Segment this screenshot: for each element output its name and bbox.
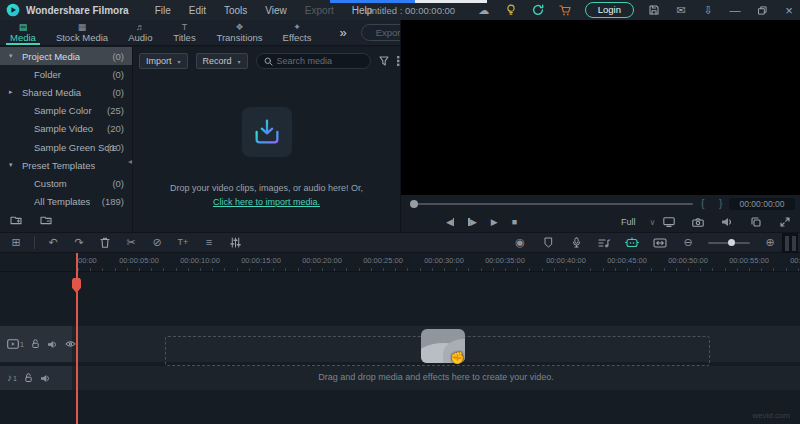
delete-trash-icon[interactable] <box>97 235 113 251</box>
previous-frame-button[interactable]: ◀ <box>446 218 454 227</box>
preview-timecode: 00:00:00:00 <box>729 198 795 210</box>
search-input[interactable] <box>277 56 363 66</box>
hide-track-eye-icon[interactable] <box>65 340 76 348</box>
import-dropdown[interactable]: Import▾ <box>139 53 188 69</box>
sidebar-item-project-media[interactable]: ▾Project Media(0) <box>0 47 132 65</box>
menu-edit[interactable]: Edit <box>189 5 206 16</box>
marker-icon[interactable] <box>540 235 556 251</box>
audio-mixer-icon[interactable] <box>596 235 612 251</box>
redo-icon[interactable]: ↷ <box>71 235 87 251</box>
import-media-icon[interactable] <box>242 107 292 157</box>
next-frame-button[interactable]: ▶ <box>468 218 476 227</box>
seek-bar[interactable] <box>413 203 693 205</box>
duplicate-copy-icon[interactable] <box>748 214 764 230</box>
tab-label: Audio <box>128 33 152 43</box>
zoom-out-icon[interactable]: ⊖ <box>680 235 696 251</box>
ruler-tick-label: 00:00:40:00 <box>546 256 586 265</box>
login-button[interactable]: Login <box>585 2 634 18</box>
mark-in-icon[interactable]: { <box>701 198 704 209</box>
tab-titles[interactable]: TTitles <box>162 20 206 45</box>
preview-zoom-dropdown[interactable]: Full ∨ <box>621 217 655 227</box>
zoom-to-fit-icon[interactable] <box>652 235 668 251</box>
delete-folder-icon[interactable] <box>40 212 52 228</box>
display-settings-icon[interactable] <box>661 214 677 230</box>
save-icon[interactable] <box>647 3 661 17</box>
cloud-icon[interactable]: ☁ <box>477 3 491 17</box>
tree-arrow-icon[interactable]: ▸ <box>9 88 13 96</box>
timeline: 00:0000:00:05:0000:00:10:0000:00:15:0000… <box>0 253 800 424</box>
tab-audio[interactable]: ♬Audio <box>118 20 162 45</box>
undo-icon[interactable]: ↶ <box>45 235 61 251</box>
tab-media[interactable]: ▤Media <box>0 20 46 45</box>
stop-button[interactable]: ■ <box>512 218 517 227</box>
audio-equalizer-icon[interactable] <box>227 235 243 251</box>
fullscreen-expand-icon[interactable] <box>777 214 793 230</box>
tree-arrow-icon[interactable]: ▾ <box>9 52 13 60</box>
app-title: Wondershare Filmora <box>26 5 129 16</box>
more-tabs-chevron-icon[interactable]: » <box>339 25 346 40</box>
menu-file[interactable]: File <box>155 5 171 16</box>
volume-speaker-icon[interactable] <box>719 214 735 230</box>
close-button[interactable]: × <box>782 3 796 17</box>
update-download-icon[interactable]: ⇩ <box>701 3 715 17</box>
tab-transitions[interactable]: ❖Transitions <box>206 20 272 45</box>
add-folder-icon[interactable] <box>10 212 22 228</box>
search-box[interactable] <box>256 53 371 69</box>
video-track-header: 1 <box>0 326 72 362</box>
zoom-in-icon[interactable]: ⊕ <box>762 235 778 251</box>
auto-ripple-icon[interactable] <box>624 235 640 251</box>
speed-icon[interactable]: ⊘ <box>149 235 165 251</box>
sidebar-item-folder[interactable]: Folder(0) <box>0 65 132 83</box>
lock-track-icon[interactable] <box>31 339 40 349</box>
sidebar-item-sample-video[interactable]: Sample Video(20) <box>0 120 132 138</box>
add-text-icon[interactable]: T+ <box>175 235 191 251</box>
menu-tools[interactable]: Tools <box>224 5 247 16</box>
item-count: (25) <box>107 105 124 116</box>
item-count: (0) <box>112 178 124 189</box>
timeline-ruler[interactable]: 00:0000:00:05:0000:00:10:0000:00:15:0000… <box>0 253 800 272</box>
snapshot-camera-icon[interactable] <box>690 214 706 230</box>
filmora-logo-icon <box>6 3 20 17</box>
item-count: (20) <box>107 123 124 134</box>
sidebar-item-sample-color[interactable]: Sample Color(25) <box>0 102 132 120</box>
record-dropdown[interactable]: Record▾ <box>196 53 248 69</box>
timeline-zoom-slider[interactable] <box>708 242 750 244</box>
sidebar-item-custom[interactable]: Custom(0) <box>0 174 132 192</box>
restore-button[interactable] <box>755 3 769 17</box>
cart-icon[interactable] <box>558 3 572 17</box>
titles-icon: T <box>182 22 188 32</box>
import-media-link[interactable]: Click here to import media. <box>213 197 320 207</box>
item-count: (0) <box>112 51 124 62</box>
media-drop-zone[interactable]: Drop your video clips, images, or audio … <box>133 75 400 232</box>
tab-stock-media[interactable]: ▦Stock Media <box>46 20 118 45</box>
chevron-down-icon: ∨ <box>650 218 656 227</box>
transitions-icon: ❖ <box>235 22 243 32</box>
render-preview-icon[interactable]: ◉ <box>512 235 528 251</box>
collapse-panel-arrow-icon[interactable]: ◂ <box>128 157 132 166</box>
voiceover-mic-icon[interactable] <box>568 235 584 251</box>
sidebar-item-sample-green-scre[interactable]: Sample Green Scre...(10) <box>0 138 132 156</box>
mute-track-icon[interactable] <box>47 340 58 349</box>
playhead-handle[interactable] <box>72 278 81 293</box>
audio-notes-icon: ♬ <box>136 22 145 32</box>
zoom-slider-knob[interactable] <box>728 239 735 246</box>
sync-icon[interactable] <box>531 3 545 17</box>
sidebar-item-preset-templates[interactable]: ▾Preset Templates <box>0 156 132 174</box>
feedback-envelope-icon[interactable]: ✉ <box>674 3 688 17</box>
mark-out-icon[interactable]: } <box>719 198 722 209</box>
tips-bulb-icon[interactable] <box>504 3 518 17</box>
adjust-sliders-icon[interactable]: ≡ <box>201 235 217 251</box>
tree-arrow-icon[interactable]: ▾ <box>9 161 13 169</box>
menu-view[interactable]: View <box>265 5 287 16</box>
audio-meter[interactable] <box>782 233 798 254</box>
media-browser-grid-icon[interactable]: ⊞ <box>8 235 24 251</box>
filter-funnel-icon[interactable] <box>379 53 389 69</box>
tab-label: Effects <box>283 33 312 43</box>
tab-effects[interactable]: ✦Effects <box>273 20 322 45</box>
minimize-button[interactable]: — <box>728 3 742 17</box>
play-button[interactable]: ▶ <box>491 218 498 227</box>
sidebar-item-all-templates[interactable]: All Templates(189) <box>0 193 132 211</box>
split-scissors-icon[interactable]: ✂ <box>123 235 139 251</box>
sidebar-item-shared-media[interactable]: ▸Shared Media(0) <box>0 83 132 101</box>
seek-handle[interactable] <box>410 200 418 208</box>
